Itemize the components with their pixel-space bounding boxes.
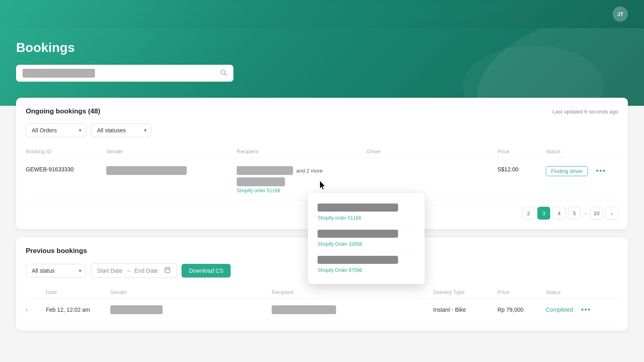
search-icon[interactable] (220, 69, 227, 78)
statuses-filter[interactable]: All statuses (91, 123, 151, 137)
user-avatar[interactable]: JT (613, 6, 628, 22)
prev-col-price: Price (497, 289, 546, 295)
booking-id-value: GEWEB-91633330 (26, 166, 106, 173)
recipient-shopify-link[interactable]: Shopify order 51168 (237, 188, 367, 193)
logo-text: GrabExpress (16, 9, 66, 19)
recipient-bar (237, 166, 293, 175)
ongoing-bookings-card: Ongoing bookings (48) Last updated 6 sec… (16, 98, 628, 229)
row-expand-icon[interactable]: › (26, 306, 46, 313)
prev-status-filter[interactable]: All status (26, 264, 86, 278)
page-4-button[interactable]: 4 (553, 207, 566, 220)
previous-table-header: Date Sender Recipient Delivery Type Pric… (26, 286, 618, 299)
col-status: Status (546, 148, 618, 154)
prev-status-filter-wrapper: All status (26, 264, 86, 278)
previous-bookings-title: Previous bookings (26, 247, 87, 255)
more-options-button[interactable]: ••• (596, 167, 606, 175)
search-input-value (23, 69, 95, 78)
page-3-button[interactable]: 3 (537, 207, 550, 220)
price-value: S$12.00 (497, 166, 546, 173)
prev-col-delivery: Delivery Type (433, 289, 497, 295)
previous-filters: All status Start Date → End Date Downloa… (26, 263, 618, 278)
nav-shopify-orders[interactable]: Shopify Orders (160, 11, 200, 18)
page-title: Bookings (16, 40, 628, 55)
recipient-cell: and 2 more Shopify order 51168 (237, 166, 367, 193)
prev-status-cell: Completed ••• (546, 306, 618, 314)
prev-sender-cell (110, 305, 272, 314)
previous-bookings-card: Previous bookings All status Start Date … (16, 237, 628, 331)
main-content: Ongoing bookings (48) Last updated 6 sec… (0, 98, 644, 347)
ongoing-bookings-header: Ongoing bookings (48) Last updated 6 sec… (26, 107, 618, 115)
ongoing-table-header: Booking ID Sender Recipient Driver Price… (26, 145, 618, 158)
table-row: GEWEB-91633330 and 2 more Shopify order … (26, 160, 618, 200)
status-cell: Finding driver ••• (546, 166, 618, 176)
end-date-label: End Date (134, 267, 158, 274)
prev-status-value: Completed (546, 306, 573, 313)
recipient-extra: and 2 more (296, 168, 323, 174)
prev-recipient-cell (272, 305, 433, 314)
ongoing-bookings-title: Ongoing bookings (48) (26, 107, 100, 115)
col-recipient: Recipient (237, 148, 367, 154)
page-5-button[interactable]: 5 (568, 207, 581, 220)
last-updated-text: Last updated 6 seconds ago (553, 109, 618, 115)
nav-bookings[interactable]: Bookings (120, 11, 147, 18)
prev-col-recipient: Recipient (272, 289, 433, 295)
calendar-icon (164, 267, 171, 274)
col-driver: Driver (367, 148, 497, 154)
nav-home[interactable]: Home (91, 11, 107, 18)
prev-sender-bar (110, 305, 163, 314)
status-badge: Finding driver (546, 166, 588, 176)
pagination-dots: ··· (583, 210, 588, 216)
search-bar (16, 65, 233, 82)
page-10-button[interactable]: 10 (590, 207, 603, 220)
date-arrow-icon: → (126, 267, 131, 274)
sender-bar (106, 166, 187, 175)
next-page-button[interactable]: › (605, 207, 618, 220)
main-nav: Home Bookings Shopify Orders Admin (91, 11, 613, 18)
orders-filter-wrapper: All Orders (26, 123, 86, 137)
page-2-button[interactable]: 2 (522, 207, 535, 220)
logo-express: Express (36, 9, 66, 19)
orders-filter[interactable]: All Orders (26, 123, 86, 137)
recipient-bar-2 (237, 177, 285, 186)
start-date-label: Start Date (97, 267, 122, 274)
col-booking-id: Booking ID (26, 148, 106, 154)
prev-col-status: Status (546, 289, 618, 295)
prev-more-options-button[interactable]: ••• (581, 306, 591, 314)
svg-rect-2 (165, 268, 170, 273)
ongoing-filters: All Orders All statuses (26, 123, 618, 137)
previous-bookings-header: Previous bookings (26, 247, 618, 255)
prev-recipient-bar (272, 305, 336, 314)
col-expand (26, 289, 46, 295)
logo: GrabExpress (16, 9, 66, 19)
row-delivery-type: Instant - Bike (433, 306, 497, 313)
sender-cell (106, 166, 237, 175)
pagination: 2 3 4 5 ··· 10 › (26, 207, 618, 220)
statuses-filter-wrapper: All statuses (91, 123, 151, 137)
download-csv-button[interactable]: Download CS (182, 264, 231, 278)
svg-line-1 (225, 74, 226, 75)
date-range-picker[interactable]: Start Date → End Date (91, 263, 177, 278)
prev-col-date: Date (46, 289, 110, 295)
previous-table-row: › Feb 12, 12:02 am Instant - Bike Rp 79,… (26, 299, 618, 321)
header: GrabExpress Home Bookings Shopify Orders… (0, 0, 644, 28)
row-price: Rp 79,000 (497, 306, 546, 313)
col-sender: Sender (106, 148, 237, 154)
hero-section: Bookings (0, 28, 644, 106)
nav-admin[interactable]: Admin (213, 11, 236, 18)
search-input[interactable] (99, 70, 220, 76)
row-date: Feb 12, 12:02 am (46, 306, 110, 313)
col-price: Price (497, 148, 546, 154)
prev-col-sender: Sender (110, 289, 272, 295)
